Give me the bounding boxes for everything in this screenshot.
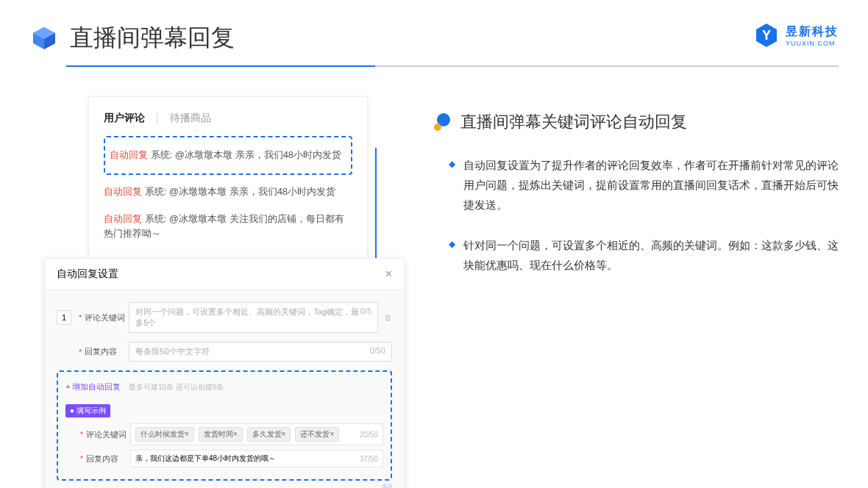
page-header: 直播间弹幕回复 Y 昱新科技 YUUXIN.COM [0,0,868,65]
cube-icon [29,24,59,53]
keyword-label: 评论关键词 [85,312,129,323]
brand-subtitle: YUUXIN.COM [786,40,839,47]
comments-panel: 用户评论 | 待播商品 自动回复 系统: @冰墩墩本墩 亲亲，我们48小时内发货… [88,96,368,263]
description-panel: 直播间弹幕关键词评论自动回复 自动回复设置为了提升作者的评论回复效率，作者可在开… [434,96,839,449]
delete-icon[interactable]: 🗑 [384,313,392,322]
close-icon[interactable]: × [385,268,392,281]
auto-reply-tag: 自动回复 [110,149,148,160]
keyword-tag[interactable]: 什么时候发货× [135,427,194,442]
svg-text:Y: Y [762,28,771,43]
tab-pending-goods[interactable]: 待播商品 [170,112,211,125]
screenshot-composite: 用户评论 | 待播商品 自动回复 系统: @冰墩墩本墩 亲亲，我们48小时内发货… [29,96,397,449]
add-auto-reply-link[interactable]: + 增加自动回复 [65,381,121,392]
keyword-tag[interactable]: 发货时间× [199,427,243,442]
content-label: 回复内容 [85,346,129,357]
brand-name: 昱新科技 [786,24,839,40]
auto-reply-settings-modal: 自动回复设置 × 1 * 评论关键词 对同一个问题，可设置多个相近、高频的关键词… [44,258,405,488]
example-section: + 增加自动回复 最多可建10条 还可以创建9条 ● 填写示例 * 评论关键词 … [57,370,392,481]
feature-bullet: 针对同一个问题，可设置多个相近的、高频的关键词。例如：这款多少钱、这块能优惠吗、… [449,235,839,275]
section-bullet-icon [434,113,452,131]
tab-user-comments[interactable]: 用户评论 [104,112,145,125]
keyword-input[interactable]: 对同一个问题，可设置多个相近、高频的关键词，Tag确定，最多5个 0/5 [129,302,378,333]
example-badge: ● 填写示例 [65,404,110,417]
comment-row: 自动回复 系统: @冰墩墩本墩 亲亲，我们48小时内发货 [104,179,352,206]
page-title: 直播间弹幕回复 [70,22,235,54]
rule-number: 1 [57,310,71,325]
modal-title: 自动回复设置 [57,268,118,281]
feature-bullet: 自动回复设置为了提升作者的评论回复效率，作者可在开播前针对常见的评论用户问题，提… [449,155,839,215]
comment-row: 自动回复 系统: @冰墩墩本墩 关注我们的店铺，每日都有热门推荐呦～ [104,206,352,248]
brand-icon: Y [753,22,780,49]
brand-logo: Y 昱新科技 YUUXIN.COM [753,22,839,49]
keyword-tag[interactable]: 多久发货× [247,427,291,442]
highlighted-comment: 自动回复 系统: @冰墩墩本墩 亲亲，我们48小时内发货 [104,136,352,175]
content-input[interactable]: 每条限50个中文字符 0/50 [129,342,392,362]
keyword-tag[interactable]: 还不发货× [295,427,339,442]
example-keyword-input: 什么时候发货× 发货时间× 多久发货× 还不发货× 20/50 [130,423,383,445]
section-title: 直播间弹幕关键词评论自动回复 [460,111,687,133]
example-content-input: 亲，我们这边都是下单48小时内发货的哦～ 37/50 [130,450,383,467]
